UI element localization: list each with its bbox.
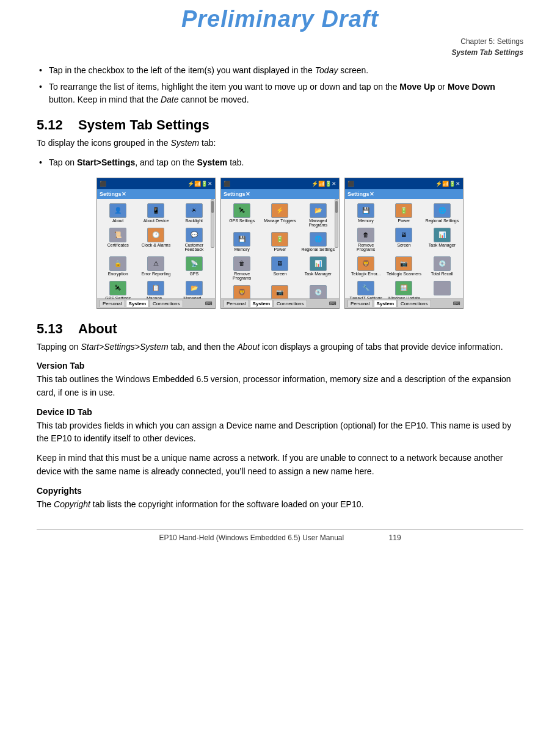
- screenshot-1: ⬛⚡📶🔋✕ Settings✕ 👤About 📱About Device ☀Ba…: [96, 178, 216, 309]
- tab-connections-3[interactable]: Connections: [398, 300, 431, 307]
- icon-backlight: ☀Backlight: [176, 201, 213, 225]
- chapter-line2: System Tab Settings: [37, 47, 523, 58]
- version-tab-body: This tab outlines the Windows Embedded 6…: [37, 373, 523, 399]
- icon-certificates: 📜Certificates: [100, 226, 136, 253]
- icon-error-reporting: ⚠Error Reporting: [137, 255, 174, 278]
- screen2-topbar: ⬛⚡📶🔋✕: [221, 178, 339, 189]
- copyrights-heading: Copyrights: [37, 486, 523, 496]
- version-tab-heading: Version Tab: [37, 361, 523, 371]
- icon-gps: 📡GPS: [176, 255, 213, 278]
- section-512-num: 5.12: [37, 117, 67, 133]
- tab-system-2[interactable]: System: [250, 300, 273, 307]
- section-513-intro: Tapping on Start>Settings>System tab, an…: [37, 341, 523, 354]
- screenshot-2: ⬛⚡📶🔋✕ Settings✕ 🛰GPS Settings ⚡Manage Tr…: [220, 178, 340, 309]
- tab-system-1[interactable]: System: [126, 300, 149, 307]
- icon-power-2: 🔋Power: [261, 230, 298, 253]
- screen3-titlebar: Settings✕: [345, 189, 463, 199]
- section-513-num: 5.13: [37, 321, 67, 337]
- icon-about: 👤About: [100, 201, 136, 225]
- icon-regional-3: 🌐Regional Settings: [424, 201, 460, 225]
- section-513-title: About: [78, 321, 117, 337]
- device-id-heading: Device ID Tab: [37, 407, 523, 417]
- icon-teklogix-scanners-3: 📷Teklogix Scanners: [385, 255, 422, 278]
- icon-customer-feedback: 💬Customer Feedback: [176, 226, 213, 253]
- section-512-bullets: Tap on Start>Settings, and tap on the Sy…: [37, 156, 523, 169]
- icon-remove-3: 🗑Remove Programs: [347, 226, 384, 253]
- copyrights-body: The Copyright tab lists the copyright in…: [37, 498, 523, 512]
- device-id-body1: This tab provides fields in which you ca…: [37, 419, 523, 446]
- icon-task-manager-2: 📊Task Manager: [300, 255, 336, 282]
- screen3-content: 💾Memory 🔋Power 🌐Regional Settings 🗑Remov…: [345, 199, 463, 305]
- screen2-scrollbar: [335, 199, 338, 248]
- preliminary-draft-title: Preliminary Draft: [37, 6, 523, 32]
- icon-about-device: 📱About Device: [137, 201, 174, 225]
- icon-regional-2: 🌐Regional Settings: [300, 230, 336, 253]
- section-512-heading: 5.12 System Tab Settings: [37, 117, 523, 133]
- screen1-content: 👤About 📱About Device ☀Backlight 📜Certifi…: [97, 199, 215, 305]
- tab-system-3[interactable]: System: [374, 300, 397, 307]
- icon-memory-3: 💾Memory: [347, 201, 384, 225]
- screen2-titlebar: Settings✕: [221, 189, 339, 199]
- screen1-titlebar: Settings✕: [97, 189, 215, 199]
- icon-teklogix-error-3: 🦁Teklogix Error...: [347, 255, 384, 278]
- intro-bullets: Tap in the checkbox to the left of the i…: [37, 64, 523, 106]
- icon-total-recall-3: 💿Total Recall: [424, 255, 460, 278]
- bullet-start-settings: Tap on Start>Settings, and tap on the Sy…: [37, 156, 523, 169]
- section-513-heading: 5.13 About: [37, 321, 523, 337]
- page-header: Preliminary Draft: [37, 0, 523, 34]
- bullet-rearrange: To rearrange the list of items, highligh…: [37, 81, 523, 106]
- chapter-info: Chapter 5: Settings System Tab Settings: [37, 36, 523, 58]
- screen1-bottombar: Personal System Connections ⌨: [97, 298, 215, 308]
- icon-power-3: 🔋Power: [385, 201, 422, 225]
- icon-clock-alarms: 🕐Clock & Alarms: [137, 226, 174, 253]
- tab-personal-3[interactable]: Personal: [347, 300, 373, 307]
- icon-screen-2: 🖥Screen: [261, 255, 298, 282]
- icon-memory-2: 💾Memory: [224, 230, 260, 253]
- icon-remove-2: 🗑Remove Programs: [224, 255, 260, 282]
- icon-managed-programs: 📂Managed Programs: [300, 201, 336, 229]
- section-512-intro: To display the icons grouped in the Syst…: [37, 137, 523, 150]
- tab-personal-1[interactable]: Personal: [100, 300, 125, 307]
- tab-connections-1[interactable]: Connections: [150, 300, 183, 307]
- icon-manage-triggers: ⚡Manage Triggers: [261, 201, 298, 229]
- screenshots-row: ⬛⚡📶🔋✕ Settings✕ 👤About 📱About Device ☀Ba…: [37, 178, 523, 309]
- screen3-bottombar: Personal System Connections ⌨: [345, 298, 463, 308]
- icon-screen-3: 🖥Screen: [385, 226, 422, 253]
- device-id-body2: Keep in mind that this must be a unique …: [37, 452, 523, 478]
- screen3-topbar: ⬛⚡📶🔋✕: [345, 178, 463, 189]
- screen1-topbar: ⬛⚡📶🔋✕: [97, 178, 215, 189]
- screen1-scrollbar: [211, 199, 214, 248]
- screen2-bottombar: Personal System Connections ⌨: [221, 298, 339, 308]
- icon-gps-settings-2: 🛰GPS Settings: [224, 201, 260, 229]
- screenshot-3: ⬛⚡📶🔋✕ Settings✕ 💾Memory 🔋Power 🌐Regional…: [344, 178, 464, 309]
- tab-connections-2[interactable]: Connections: [274, 300, 307, 307]
- bullet-today-screen: Tap in the checkbox to the left of the i…: [37, 64, 523, 77]
- tab-personal-2[interactable]: Personal: [224, 300, 249, 307]
- footer-text: EP10 Hand-Held (Windows Embedded 6.5) Us…: [159, 534, 344, 542]
- section-512-title: System Tab Settings: [78, 117, 209, 133]
- page-footer: EP10 Hand-Held (Windows Embedded 6.5) Us…: [37, 529, 523, 542]
- chapter-line1: Chapter 5: Settings: [37, 36, 523, 47]
- icon-encryption: 🔒Encryption: [100, 255, 136, 278]
- screen2-content: 🛰GPS Settings ⚡Manage Triggers 📂Managed …: [221, 199, 339, 309]
- page-number: 119: [389, 534, 401, 542]
- icon-task-manager-3: 📊Task Manager: [424, 226, 460, 253]
